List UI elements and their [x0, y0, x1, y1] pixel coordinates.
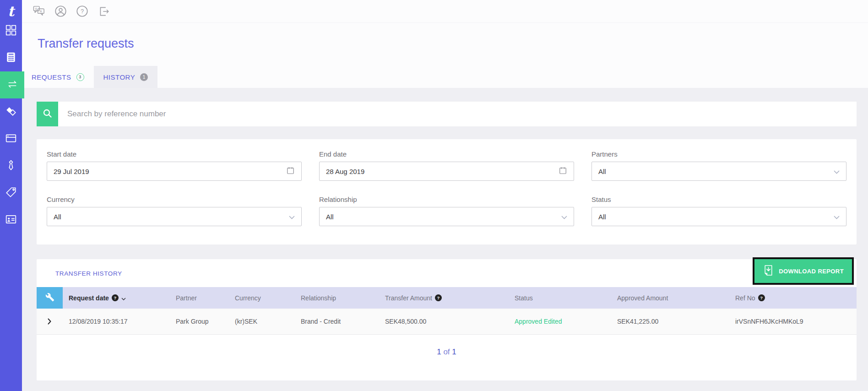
- table-header-row: Request date ? Partner Currency Relation…: [37, 287, 857, 309]
- column-label: Relationship: [301, 294, 336, 302]
- filter-start-date: Start date 29 Jul 2019: [47, 150, 302, 181]
- table-row[interactable]: 12/08/2019 10:35:17 Park Group (kr)SEK B…: [37, 309, 857, 335]
- pagination-total: 1: [452, 348, 456, 356]
- column-label: Ref No: [735, 294, 755, 302]
- cell-request-date: 12/08/2019 10:35:17: [63, 318, 170, 325]
- sidebar-item-payments[interactable]: [0, 125, 22, 152]
- transfer-history-panel: TRANSFER HISTORY DOWNLOAD REPORT Request…: [37, 259, 857, 380]
- tag-icon: [5, 186, 17, 200]
- chevron-down-icon: [289, 213, 295, 221]
- logout-icon[interactable]: [98, 5, 110, 17]
- tab-requests[interactable]: REQUESTS 3: [22, 66, 94, 88]
- column-header-approved-amount[interactable]: Approved Amount: [611, 294, 729, 302]
- grid-icon: [5, 24, 17, 38]
- pagination: 1 of 1: [37, 348, 857, 357]
- svg-text:q: q: [35, 7, 37, 11]
- column-header-transfer-amount[interactable]: Transfer Amount ?: [379, 294, 509, 302]
- column-header-currency[interactable]: Currency: [229, 294, 295, 302]
- translate-icon[interactable]: q A: [33, 5, 45, 17]
- sidebar-item-business[interactable]: [0, 152, 22, 179]
- sidebar-item-accounts[interactable]: [0, 206, 22, 234]
- filter-relationship: Relationship All: [319, 196, 574, 226]
- sidebar-item-cards[interactable]: [0, 98, 22, 125]
- svg-text:A: A: [40, 10, 42, 13]
- search-icon: [42, 108, 53, 120]
- topbar: q A ?: [22, 0, 868, 23]
- filter-partners: Partners All: [591, 150, 846, 181]
- download-report-button[interactable]: DOWNLOAD REPORT: [753, 257, 854, 285]
- calculator-icon: [5, 51, 17, 65]
- cell-ref-no: irVSnNFH6JKcHMKoL9: [729, 318, 857, 325]
- diamonds-icon: [5, 105, 17, 119]
- relationship-value: All: [326, 213, 334, 221]
- pagination-current: 1: [437, 348, 441, 356]
- column-header-relationship[interactable]: Relationship: [295, 294, 379, 302]
- sidebar-item-transfers[interactable]: [0, 71, 24, 98]
- column-label: Request date: [69, 294, 109, 302]
- column-header-status[interactable]: Status: [509, 294, 611, 302]
- status-select[interactable]: All: [591, 207, 846, 226]
- credit-card-icon: [5, 132, 17, 146]
- help-badge-icon[interactable]: ?: [758, 294, 765, 301]
- end-date-input[interactable]: 28 Aug 2019: [319, 162, 574, 181]
- column-settings-cell[interactable]: [37, 287, 63, 309]
- column-header-partner[interactable]: Partner: [170, 294, 229, 302]
- filter-status: Status All: [591, 196, 846, 226]
- tab-history-label: HISTORY: [103, 73, 136, 81]
- cell-approved-amount: SEK41,225.00: [611, 318, 729, 325]
- tie-icon: [5, 159, 17, 173]
- id-card-icon: [5, 213, 17, 227]
- column-label: Currency: [235, 294, 261, 302]
- cell-partner: Park Group: [170, 318, 229, 325]
- svg-text:?: ?: [81, 8, 84, 15]
- help-icon[interactable]: ?: [76, 5, 88, 17]
- column-label: Status: [515, 294, 533, 302]
- filter-currency: Currency All: [47, 196, 302, 226]
- page-title: Transfer requests: [38, 37, 134, 51]
- partners-value: All: [598, 168, 606, 175]
- wrench-icon: [45, 293, 54, 303]
- currency-select[interactable]: All: [47, 207, 302, 226]
- tab-history[interactable]: HISTORY 1: [94, 66, 158, 88]
- cell-status: Approved Edited: [509, 318, 611, 325]
- cell-relationship: Brand - Credit: [295, 318, 379, 325]
- help-badge-icon[interactable]: ?: [112, 294, 119, 301]
- filters-panel: Start date 29 Jul 2019 End date 28 Aug 2…: [37, 139, 857, 244]
- chevron-down-icon: [561, 213, 567, 221]
- status-value: All: [598, 213, 606, 221]
- cell-currency: (kr)SEK: [229, 318, 295, 325]
- search-bar: [37, 102, 857, 126]
- status-label: Status: [591, 196, 846, 203]
- sidebar-item-pricing[interactable]: [0, 179, 22, 206]
- partners-select[interactable]: All: [591, 162, 846, 181]
- chevron-down-icon: [834, 213, 840, 221]
- expand-row-chevron-icon[interactable]: [37, 318, 63, 325]
- start-date-input[interactable]: 29 Jul 2019: [47, 162, 302, 181]
- column-label: Transfer Amount: [385, 294, 432, 302]
- start-date-label: Start date: [47, 150, 302, 158]
- sidebar-item-apps[interactable]: [0, 17, 22, 44]
- column-label: Approved Amount: [617, 294, 668, 302]
- transfer-arrows-icon: [6, 78, 18, 92]
- currency-value: All: [54, 213, 61, 221]
- partners-label: Partners: [591, 150, 846, 158]
- requests-count-badge: 3: [76, 73, 84, 81]
- end-date-label: End date: [319, 150, 574, 158]
- filter-end-date: End date 28 Aug 2019: [319, 150, 574, 181]
- section-title: TRANSFER HISTORY: [37, 259, 857, 277]
- currency-label: Currency: [47, 196, 302, 203]
- column-header-request-date[interactable]: Request date ?: [63, 294, 170, 302]
- help-badge-icon[interactable]: ?: [435, 294, 442, 301]
- search-input[interactable]: [58, 102, 857, 126]
- end-date-value: 28 Aug 2019: [326, 168, 364, 175]
- chevron-down-icon: [834, 168, 840, 175]
- calendar-icon: [559, 166, 567, 176]
- search-button[interactable]: [37, 102, 58, 126]
- relationship-select[interactable]: All: [319, 207, 574, 226]
- sidebar-item-calculator[interactable]: [0, 44, 22, 71]
- sort-desc-icon: [121, 294, 126, 302]
- history-count-badge: 1: [140, 73, 148, 81]
- sidebar: t: [0, 0, 22, 391]
- column-header-ref-no[interactable]: Ref No ?: [729, 294, 857, 302]
- profile-icon[interactable]: [54, 5, 67, 17]
